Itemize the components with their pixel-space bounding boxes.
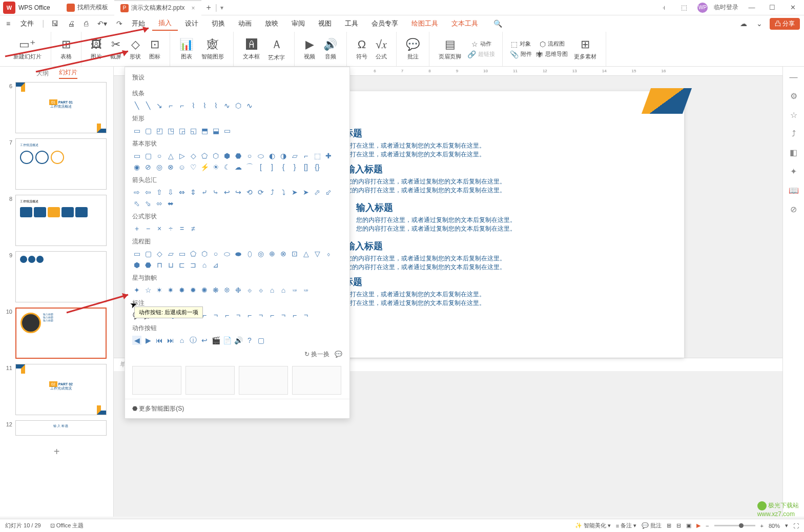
- menu-text-tools[interactable]: 文本工具: [445, 17, 484, 30]
- shape[interactable]: ☺: [177, 162, 187, 172]
- eq-shape[interactable]: ≠: [189, 224, 198, 233]
- flow-shape[interactable]: ⬡: [200, 249, 209, 258]
- arrow-shape[interactable]: ⬀: [313, 188, 322, 197]
- banner-shape[interactable]: ⟐: [256, 285, 265, 295]
- shape[interactable]: ◎: [155, 162, 164, 172]
- wordart-button[interactable]: Ａ艺术字: [264, 36, 289, 63]
- tab-current-file[interactable]: P 演示文稿素材2.pptx ×: [114, 0, 201, 15]
- menu-transition[interactable]: 切换: [205, 17, 231, 30]
- action-blank-shape[interactable]: ▢: [256, 336, 265, 345]
- line-shape[interactable]: ⌇: [189, 101, 198, 110]
- comments-button[interactable]: 💬 批注: [642, 522, 662, 529]
- flow-shape[interactable]: ⬨: [324, 249, 333, 258]
- curve-shape[interactable]: ∿: [222, 101, 232, 110]
- add-slide-button[interactable]: +: [4, 441, 109, 463]
- textbox-button[interactable]: 🅰文本框: [239, 37, 264, 62]
- callout-shape[interactable]: ⌐: [222, 311, 232, 320]
- flow-shape[interactable]: ⊡: [290, 249, 299, 258]
- tab-templates[interactable]: 找稻壳模板: [60, 0, 114, 15]
- notes-button[interactable]: ≡ 备注 ▾: [616, 522, 636, 529]
- book-icon[interactable]: 📖: [789, 186, 799, 195]
- video-button[interactable]: ▶视频: [300, 37, 319, 62]
- action-begin-shape[interactable]: ⏮: [155, 336, 164, 345]
- arrow-shape[interactable]: ⤷: [211, 188, 220, 197]
- shape[interactable]: ⊘: [143, 162, 153, 172]
- arrow-shape[interactable]: ↩: [222, 188, 232, 197]
- view-normal-icon[interactable]: ⊞: [667, 522, 671, 529]
- shape[interactable]: ⊗: [166, 162, 175, 172]
- symbol-button[interactable]: Ω符号: [352, 37, 372, 62]
- shape[interactable]: △: [166, 151, 175, 160]
- eq-shape[interactable]: +: [132, 224, 141, 233]
- callout-shape[interactable]: ¬: [256, 311, 265, 320]
- shape[interactable]: {: [279, 162, 288, 172]
- shape[interactable]: ⌐: [301, 151, 311, 160]
- fit-button[interactable]: ⛶: [793, 523, 799, 529]
- menu-view[interactable]: 视图: [312, 17, 338, 30]
- arrow-shape[interactable]: ➤: [290, 188, 299, 197]
- more-materials-button[interactable]: ⊞更多素材: [570, 37, 601, 62]
- callout-shape[interactable]: ⌐: [290, 311, 299, 320]
- flow-shape[interactable]: ▭: [132, 249, 141, 258]
- view-sorter-icon[interactable]: ⊟: [676, 522, 681, 529]
- shape[interactable]: {}: [313, 162, 322, 172]
- star-shape[interactable]: ✺: [200, 285, 209, 295]
- user-avatar[interactable]: WP: [697, 3, 708, 13]
- shape[interactable]: ▢: [143, 151, 153, 160]
- shape[interactable]: ☀: [211, 162, 220, 172]
- flow-shape[interactable]: ▢: [143, 249, 153, 258]
- rect-shape[interactable]: ▭: [132, 126, 141, 135]
- flow-shape[interactable]: ▱: [166, 249, 175, 258]
- eq-shape[interactable]: =: [177, 224, 187, 233]
- arrow-shape[interactable]: ⬌: [166, 199, 175, 208]
- shape[interactable]: ◇: [189, 151, 198, 160]
- more-smart-shapes[interactable]: ⬣ 更多智能图形(S): [125, 399, 349, 418]
- view-reading-icon[interactable]: ▣: [686, 522, 691, 529]
- star-icon[interactable]: ☆: [790, 110, 797, 120]
- object-button[interactable]: ⬚对象: [508, 39, 534, 49]
- flow-shape[interactable]: ⊿: [211, 260, 220, 270]
- audio-button[interactable]: 🔊音频: [319, 37, 341, 62]
- line-shape[interactable]: ⌇: [200, 101, 209, 110]
- arrow-shape[interactable]: ⬁: [132, 199, 141, 208]
- action-end-shape[interactable]: ⏭: [166, 336, 175, 345]
- action-button[interactable]: ☆动作: [465, 39, 497, 49]
- flow-shape[interactable]: ▭: [177, 249, 187, 258]
- rect-shape[interactable]: ◰: [155, 126, 164, 135]
- comment-button[interactable]: 💬批注: [402, 37, 424, 62]
- attachment-button[interactable]: 📎附件: [508, 50, 534, 59]
- eq-shape[interactable]: ×: [155, 224, 164, 233]
- callout-shape[interactable]: ¬: [301, 311, 311, 320]
- shape[interactable]: ⬚: [313, 151, 322, 160]
- zoom-value[interactable]: 80%: [769, 523, 780, 529]
- equation-button[interactable]: √𝑥公式: [372, 37, 391, 62]
- slide-thumb-12[interactable]: 输 入 标 题: [15, 420, 107, 436]
- cloud-icon[interactable]: ☁: [738, 18, 749, 29]
- line-shape[interactable]: ⌐: [177, 101, 187, 110]
- banner-shape[interactable]: ⟐: [245, 285, 254, 295]
- rect-shape[interactable]: ◳: [166, 126, 175, 135]
- flow-shape[interactable]: ◇: [155, 249, 164, 258]
- flow-shape[interactable]: ⊐: [189, 260, 198, 270]
- zoom-out-button[interactable]: −: [706, 523, 709, 529]
- arrow-shape[interactable]: ⤵: [279, 188, 288, 197]
- shape[interactable]: ◑: [279, 151, 288, 160]
- action-sound-shape[interactable]: 🔊: [234, 336, 243, 345]
- eq-shape[interactable]: −: [143, 224, 153, 233]
- rect-shape[interactable]: ◱: [189, 126, 198, 135]
- arrow-shape[interactable]: ⇕: [189, 188, 198, 197]
- flow-shape[interactable]: ⬢: [132, 260, 141, 270]
- action-doc-shape[interactable]: 📄: [222, 336, 232, 345]
- flow-shape[interactable]: ⊕: [267, 249, 277, 258]
- flow-shape[interactable]: ⌂: [200, 260, 209, 270]
- tab-dropdown-icon[interactable]: ▾: [220, 4, 223, 11]
- arrow-shape[interactable]: ➤: [301, 188, 311, 197]
- banner-shape[interactable]: ⌂: [279, 285, 288, 295]
- shape[interactable]: }: [290, 162, 299, 172]
- shape[interactable]: ✚: [324, 151, 333, 160]
- slide-panel[interactable]: 6 01 PART 01工作情况概述 7 工作情况概述 8 工作情况概述 9 1…: [0, 80, 114, 465]
- cube-icon[interactable]: ⬚: [677, 4, 691, 11]
- mindmap-button[interactable]: 🕷思维导图: [534, 50, 570, 59]
- close-button[interactable]: ✕: [786, 4, 800, 11]
- tool-icon[interactable]: ◧: [790, 148, 797, 157]
